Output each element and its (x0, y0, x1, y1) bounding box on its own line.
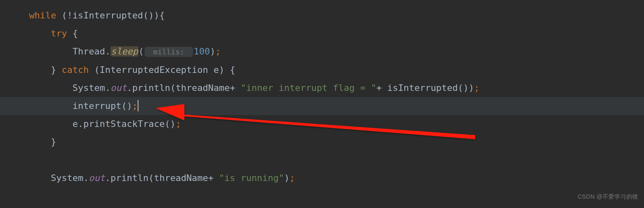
code-line-9-blank (0, 151, 644, 169)
printstacktrace-call: e.printStackTrace() (73, 119, 176, 129)
text-cursor (138, 100, 138, 111)
brace-open: { (67, 28, 78, 38)
thread-class: Thread. (73, 46, 111, 57)
out-field: out (111, 83, 127, 93)
code-line-10: System.out.println(threadName+ "is runni… (0, 169, 644, 187)
code-line-8: } (0, 133, 644, 151)
code-line-6-highlighted: interrupt(); (0, 97, 644, 115)
out-field: out (89, 173, 105, 183)
concat-plus: + isInterrupted()) (376, 83, 474, 93)
system-class: System. (73, 83, 111, 93)
brace-close: } (51, 137, 56, 147)
keyword-catch: catch (61, 65, 88, 75)
semicolon: ; (290, 173, 295, 183)
code-line-2: try { (0, 25, 644, 43)
paren-close: ) (210, 46, 215, 57)
semicolon: ; (215, 46, 221, 57)
param-hint-millis: millis: (145, 47, 193, 57)
watermark-text: CSDN @不爱学习的猪 (578, 188, 638, 206)
system-class: System. (51, 173, 89, 183)
keyword-while: while (29, 10, 56, 20)
condition-text: (!isInterrupted()){ (56, 10, 165, 20)
paren-open: ( (138, 46, 144, 57)
string-literal: "is running" (219, 173, 284, 183)
string-literal: "inner interrupt flag = " (241, 83, 376, 93)
brace-close: } (51, 65, 62, 75)
code-line-3: Thread.sleep( millis: 100); (0, 43, 644, 61)
semicolon: ; (176, 119, 181, 129)
code-line-5: System.out.println(threadName+ "inner in… (0, 79, 644, 97)
code-line-4: } catch (InterruptedException e) { (0, 61, 644, 79)
semicolon: ; (474, 83, 479, 93)
println-call: .println(threadName+ (105, 173, 219, 183)
println-call: .println(threadName+ (127, 83, 240, 93)
code-line-1: while (!isInterrupted()){ (0, 7, 644, 25)
semicolon: ; (132, 101, 138, 111)
paren-close: ) (284, 173, 290, 183)
sleep-method: sleep (111, 46, 138, 57)
code-editor[interactable]: while (!isInterrupted()){ try { Thread.s… (0, 0, 644, 187)
interrupt-call: interrupt() (73, 101, 132, 111)
catch-params: (InterruptedException e) { (89, 65, 236, 75)
number-literal: 100 (194, 46, 210, 57)
code-line-7: e.printStackTrace(); (0, 115, 644, 133)
keyword-try: try (51, 28, 67, 38)
